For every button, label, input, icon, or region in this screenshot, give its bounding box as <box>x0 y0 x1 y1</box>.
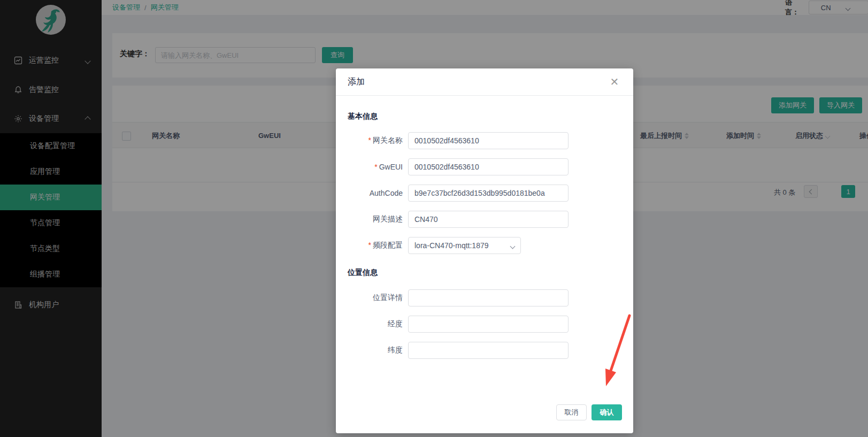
band-config-select[interactable]: lora-CN470-mqtt:1879 <box>408 237 521 254</box>
gateway-description-input[interactable] <box>408 211 569 228</box>
close-icon[interactable]: ✕ <box>609 76 620 88</box>
required-mark: * <box>374 163 377 171</box>
form-row-location-detail: 位置详情 <box>336 289 633 306</box>
modal-body: 基本信息 *网关名称 *GwEUI AuthCode 网关描述 *频段配置 lo… <box>336 96 633 359</box>
form-row-latitude: 纬度 <box>336 342 633 359</box>
band-config-value: lora-CN470-mqtt:1879 <box>414 241 489 250</box>
field-label: AuthCode <box>370 189 403 197</box>
longitude-input[interactable] <box>408 316 569 333</box>
form-row-gateway-name: *网关名称 <box>336 132 633 149</box>
section-title-basic-info: 基本信息 <box>348 112 633 121</box>
modal-header: 添加 ✕ <box>336 68 633 96</box>
field-label: GwEUI <box>379 163 403 171</box>
field-label: 网关名称 <box>373 136 403 144</box>
form-row-band-config: *频段配置 lora-CN470-mqtt:1879 <box>336 237 633 254</box>
field-label: 位置详情 <box>373 293 403 302</box>
modal-title: 添加 <box>348 76 365 88</box>
chevron-down-icon <box>511 241 514 250</box>
gateway-name-input[interactable] <box>408 132 569 149</box>
modal-footer: 取消 确认 <box>556 404 622 420</box>
form-row-authcode: AuthCode <box>336 185 633 202</box>
form-row-longitude: 经度 <box>336 316 633 333</box>
authcode-input[interactable] <box>408 185 569 202</box>
field-label: 频段配置 <box>373 241 403 249</box>
field-label: 网关描述 <box>373 214 403 223</box>
cancel-button[interactable]: 取消 <box>556 404 587 420</box>
field-label: 纬度 <box>388 346 403 354</box>
required-mark: * <box>368 136 371 144</box>
required-mark: * <box>368 241 371 249</box>
form-row-gweui: *GwEUI <box>336 158 633 175</box>
add-gateway-modal: 添加 ✕ 基本信息 *网关名称 *GwEUI AuthCode 网关描述 *频段… <box>336 68 633 433</box>
section-title-location-info: 位置信息 <box>348 268 633 278</box>
location-detail-input[interactable] <box>408 289 569 306</box>
confirm-button[interactable]: 确认 <box>592 404 622 420</box>
gateway-management-page: { "colors": { "accent": "#2bb8a0", "side… <box>0 0 868 437</box>
latitude-input[interactable] <box>408 342 569 359</box>
field-label: 经度 <box>388 319 403 328</box>
form-row-gateway-description: 网关描述 <box>336 211 633 228</box>
gweui-input[interactable] <box>408 158 569 175</box>
